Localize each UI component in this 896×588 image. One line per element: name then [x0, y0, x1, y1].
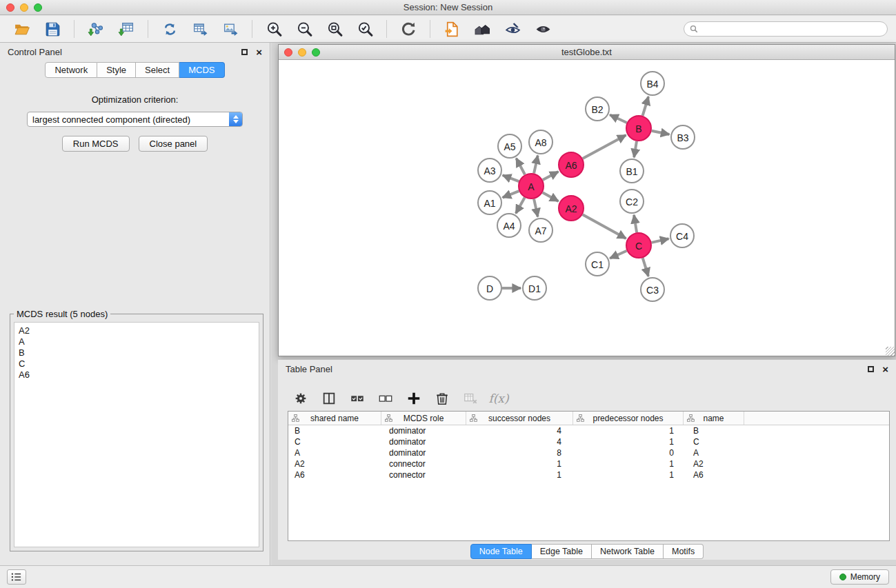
window-resize-grip[interactable] — [886, 347, 895, 356]
network-close-button[interactable] — [284, 48, 292, 57]
table-settings-button[interactable] — [292, 389, 310, 407]
graph-edge-A-A1[interactable] — [503, 191, 519, 198]
delete-column-button[interactable] — [433, 389, 451, 407]
graph-edge-A6-B[interactable] — [583, 135, 626, 159]
graph-edge-A-A3[interactable] — [503, 175, 519, 181]
graph-node-C1[interactable]: C1 — [586, 252, 609, 276]
graph-node-B1[interactable]: B1 — [620, 159, 644, 183]
search-input[interactable] — [701, 24, 882, 34]
control-panel-tab[interactable]: MCDS — [179, 62, 224, 78]
graph-node-A4[interactable]: A4 — [497, 214, 521, 237]
graph-node-A1[interactable]: A1 — [478, 191, 501, 214]
graph-edge-C-C4[interactable] — [652, 239, 669, 243]
float-table-panel-button[interactable] — [868, 366, 874, 372]
graph-node-A6[interactable]: A6 — [559, 152, 584, 177]
graph-edge-A-A5[interactable] — [516, 159, 525, 175]
table-row[interactable]: B dominator 4 1 B — [288, 425, 889, 436]
network-maximize-button[interactable] — [312, 48, 320, 57]
deselect-all-button[interactable] — [377, 389, 395, 407]
import-table-button[interactable] — [112, 18, 140, 40]
graph-node-C[interactable]: C — [626, 233, 651, 258]
graph-node-A2[interactable]: A2 — [559, 196, 584, 221]
optimization-criterion-select[interactable]: largest connected component (directed) — [27, 112, 243, 127]
network-window-titlebar[interactable]: testGlobe.txt — [279, 45, 895, 60]
table-tab[interactable]: Motifs — [664, 544, 704, 559]
zoom-out-button[interactable] — [290, 18, 318, 40]
graph-node-A3[interactable]: A3 — [478, 159, 501, 182]
apply-layout-button[interactable] — [395, 18, 422, 40]
control-panel-tab[interactable]: Style — [97, 62, 136, 78]
column-header[interactable]: name — [684, 412, 744, 425]
save-session-button[interactable] — [39, 18, 66, 40]
close-table-panel-button[interactable]: × — [882, 364, 888, 374]
table-row[interactable]: A6 connector 1 1 A6 — [288, 469, 889, 480]
graph-node-C3[interactable]: C3 — [641, 278, 664, 301]
graph-edge-C-C1[interactable] — [610, 251, 627, 258]
close-window-button[interactable] — [6, 3, 14, 12]
graph-node-D1[interactable]: D1 — [523, 276, 546, 300]
window-titlebar[interactable]: Session: New Session — [0, 0, 896, 15]
table-tab[interactable]: Network Table — [592, 544, 664, 559]
import-network-button[interactable] — [82, 18, 110, 40]
column-header[interactable]: shared name — [288, 412, 381, 425]
float-panel-button[interactable] — [241, 49, 248, 55]
table-row[interactable]: A2 connector 1 1 A2 — [288, 458, 889, 469]
graph-node-A[interactable]: A — [519, 174, 544, 199]
graph-edge-A-A6[interactable] — [543, 172, 559, 180]
graph-edge-B-B2[interactable] — [610, 115, 627, 123]
table-tab[interactable]: Edge Table — [532, 544, 592, 559]
graph-node-B3[interactable]: B3 — [671, 125, 695, 149]
run-mcds-button[interactable]: Run MCDS — [62, 136, 130, 152]
graphics-details-button[interactable] — [529, 18, 557, 40]
graph-edge-A2-C[interactable] — [583, 214, 626, 239]
show-home-button[interactable] — [468, 18, 496, 40]
graph-edge-C-C2[interactable] — [634, 215, 637, 232]
zoom-selected-button[interactable] — [351, 18, 379, 40]
clone-network-button[interactable] — [156, 18, 183, 40]
close-panel-button[interactable]: × — [256, 47, 262, 57]
graph-edge-A-A7[interactable] — [534, 199, 538, 217]
close-panel-button-cp[interactable]: Close panel — [139, 136, 208, 152]
export-image-button[interactable] — [217, 18, 244, 40]
add-column-button[interactable] — [405, 389, 423, 407]
split-columns-button[interactable] — [320, 389, 338, 407]
column-header[interactable]: MCDS role — [381, 412, 466, 425]
annotation-mode-button[interactable] — [499, 18, 526, 40]
table-row[interactable]: A dominator 8 0 A — [288, 447, 889, 458]
graph-node-D[interactable]: D — [478, 276, 501, 300]
search-box[interactable] — [684, 21, 888, 37]
export-table-button[interactable] — [186, 18, 214, 40]
select-all-button[interactable] — [348, 389, 366, 407]
graph-node-B4[interactable]: B4 — [641, 72, 664, 95]
network-minimize-button[interactable] — [298, 48, 306, 57]
memory-button[interactable]: Memory — [830, 569, 889, 585]
maximize-window-button[interactable] — [34, 3, 42, 12]
zoom-fit-button[interactable] — [321, 18, 348, 40]
graph-edge-C-C3[interactable] — [643, 258, 648, 276]
graph-node-B[interactable]: B — [626, 116, 651, 141]
network-graph[interactable]: B4B2BB3A8A5A6A3B1AC2A1A2A4A7C4CC1DD1C3 — [279, 60, 895, 356]
graph-node-A5[interactable]: A5 — [498, 134, 521, 158]
column-header[interactable]: predecessor nodes — [573, 412, 684, 425]
control-panel-tab[interactable]: Network — [45, 62, 97, 78]
apply-function-button[interactable]: f(x) — [490, 389, 508, 407]
table-tab[interactable]: Node Table — [470, 544, 532, 559]
open-session-button[interactable] — [8, 18, 36, 40]
minimize-window-button[interactable] — [20, 3, 28, 12]
graph-edge-B-B4[interactable] — [643, 97, 649, 116]
show-panels-button[interactable] — [7, 569, 26, 585]
graph-edge-A-A2[interactable] — [543, 192, 559, 201]
control-panel-tab[interactable]: Select — [136, 62, 179, 78]
graph-node-A7[interactable]: A7 — [529, 219, 552, 242]
column-header[interactable]: successor nodes — [466, 412, 573, 425]
graph-edge-A-A4[interactable] — [516, 198, 525, 214]
graph-edge-B-B1[interactable] — [634, 141, 637, 158]
graph-node-A8[interactable]: A8 — [529, 130, 552, 154]
graph-node-C4[interactable]: C4 — [670, 224, 694, 247]
zoom-in-button[interactable] — [260, 18, 288, 40]
graph-node-B2[interactable]: B2 — [586, 97, 609, 121]
graph-edge-A-A8[interactable] — [534, 156, 538, 174]
delete-table-button[interactable] — [461, 389, 479, 407]
mcds-result-list[interactable]: A2 A B C A6 — [14, 322, 259, 547]
network-canvas[interactable]: B4B2BB3A8A5A6A3B1AC2A1A2A4A7C4CC1DD1C3 — [279, 60, 895, 356]
